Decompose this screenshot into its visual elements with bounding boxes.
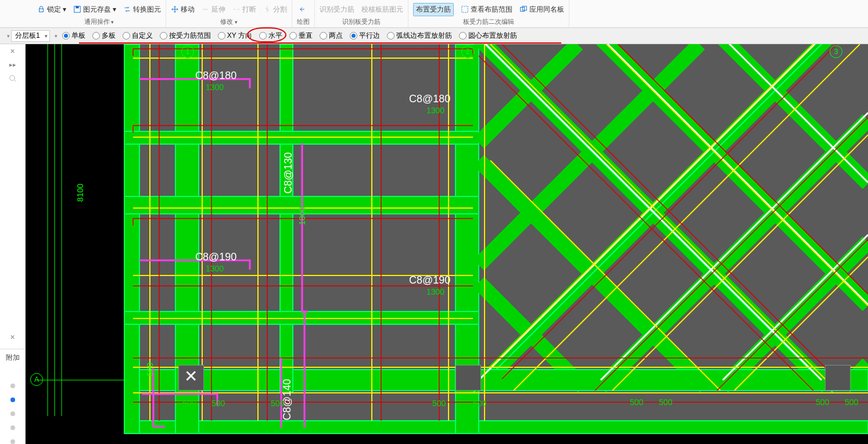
layer-dot[interactable]: [10, 425, 15, 430]
radio-icon: [259, 32, 267, 40]
lock-icon: [37, 5, 45, 13]
left-sidebar: × ▸▸ × 附加: [0, 44, 26, 444]
rebar-label: C8@140: [281, 379, 293, 420]
convert-icon: [123, 5, 131, 13]
radio-label: 弧线边布置放射筋: [396, 31, 452, 41]
move-button[interactable]: 移动: [171, 5, 195, 15]
extend-icon: [202, 5, 210, 13]
radio-icon: [92, 32, 100, 40]
radio-平行边[interactable]: 平行边: [346, 31, 383, 41]
radio-label: 平行边: [359, 31, 380, 41]
ribbon-group-rebar-edit: 布置受力筋 查看布筋范围 应用同名板 板受力筋二次编辑: [408, 0, 569, 27]
expand-button[interactable]: ▸▸: [4, 59, 21, 70]
axis-bubble: 1: [181, 45, 194, 58]
radio-自定义[interactable]: 自定义: [119, 31, 156, 41]
radio-label: 按受力筋范围: [169, 31, 211, 41]
close-attach-button[interactable]: ×: [10, 332, 15, 342]
check-drawing-button: 校核板筋图元: [361, 5, 403, 15]
svg-rect-16: [124, 421, 868, 434]
break-button: 打断: [232, 5, 256, 15]
dim-label: 500: [145, 363, 155, 376]
x-mark-icon: ✕: [184, 368, 198, 385]
dim-label: 1000: [297, 207, 307, 225]
radio-icon: [320, 32, 327, 40]
layer-combo[interactable]: 分层板1: [11, 30, 50, 42]
place-rebar-button[interactable]: 布置受力筋: [413, 3, 454, 16]
radio-两点[interactable]: 两点: [316, 31, 346, 41]
dimension-label: 8100: [76, 184, 85, 202]
ribbon-group-modify: 移动 延伸 打断 分割 修改: [166, 0, 292, 27]
radio-圆心布置放射筋[interactable]: 圆心布置放射筋: [455, 31, 521, 41]
options-bar: ▾ 分层板1 ▾ 单板多板自定义按受力筋范围XY 方向水平垂直两点平行边弧线边布…: [0, 28, 868, 44]
radio-label: 自定义: [132, 31, 153, 41]
ribbon-group-draw: 绘图: [292, 0, 315, 27]
layer-dot[interactable]: [10, 439, 15, 444]
radio-icon: [350, 32, 357, 40]
move-icon: [171, 5, 179, 13]
radio-label: 多板: [102, 31, 116, 41]
svg-rect-17: [124, 44, 139, 434]
axis-bubble: 3: [830, 45, 842, 58]
radio-垂直[interactable]: 垂直: [286, 31, 316, 41]
drawing-canvas[interactable]: ✕ 1 2 3 A 8100 C8@180 1300 C8@180 1300 C…: [26, 44, 868, 444]
close-panel-button[interactable]: ×: [10, 46, 15, 56]
radio-icon: [459, 32, 467, 40]
svg-rect-2: [76, 6, 78, 9]
split-icon: [263, 5, 271, 13]
undo-icon: [299, 5, 307, 13]
lock-button[interactable]: 锁定 ▾: [37, 5, 66, 15]
search-button[interactable]: [4, 73, 21, 84]
ribbon-toolbar: 锁定 ▾ 图元存盘 ▾ 转换图元 通用操作 移动 延伸: [0, 0, 868, 28]
attach-panel-label[interactable]: 附加: [0, 349, 25, 363]
layer-dots: [10, 384, 15, 444]
apply-icon: [519, 5, 528, 13]
svg-point-6: [9, 76, 15, 81]
radio-XY 方向[interactable]: XY 方向: [214, 31, 256, 41]
radio-label: 单板: [71, 31, 85, 41]
convert-button[interactable]: 转换图元: [123, 5, 161, 15]
split-button: 分割: [263, 5, 287, 15]
radio-按受力筋范围[interactable]: 按受力筋范围: [156, 31, 214, 41]
radio-label: XY 方向: [227, 31, 252, 41]
radio-icon: [387, 32, 394, 40]
radio-label: 圆心布置放射筋: [468, 31, 517, 41]
layer-dot[interactable]: [10, 411, 15, 416]
svg-rect-39: [479, 370, 868, 391]
layer-dot[interactable]: [10, 398, 15, 402]
radio-icon: [289, 32, 297, 40]
axis-bubble: A: [30, 373, 43, 386]
range-icon: [461, 5, 469, 13]
radio-label: 垂直: [299, 31, 313, 41]
rebar-label: C8@130: [282, 152, 295, 194]
view-range-button[interactable]: 查看布筋范围: [461, 5, 512, 15]
cache-button[interactable]: 图元存盘 ▾: [73, 5, 116, 15]
disk-icon: [73, 5, 81, 13]
radio-多板[interactable]: 多板: [89, 31, 119, 41]
layer-dot[interactable]: [10, 384, 15, 388]
radio-icon: [62, 32, 70, 40]
radio-水平[interactable]: 水平: [256, 31, 286, 41]
annotation-underline: [79, 42, 561, 44]
column: [455, 365, 481, 391]
column: [825, 365, 851, 391]
svg-rect-0: [40, 9, 44, 12]
ribbon-group-common: 锁定 ▾ 图元存盘 ▾ 转换图元 通用操作: [2, 0, 166, 27]
cad-drawing: [26, 44, 868, 444]
radio-icon: [218, 32, 225, 40]
extend-button: 延伸: [202, 5, 225, 15]
apply-same-button[interactable]: 应用同名板: [519, 5, 564, 15]
radio-单板[interactable]: 单板: [59, 31, 89, 41]
radio-弧线边布置放射筋[interactable]: 弧线边布置放射筋: [383, 31, 455, 41]
ribbon-group-recognize: 识别受力筋 校核板筋图元 识别板受力筋: [315, 0, 408, 27]
radio-icon: [160, 32, 167, 40]
search-icon: [9, 74, 17, 83]
radio-label: 两点: [329, 31, 343, 41]
break-icon: [232, 5, 241, 13]
recognize-rebar-button: 识别受力筋: [320, 5, 354, 15]
axis-bubble: 2: [461, 45, 474, 58]
radio-icon: [123, 32, 130, 40]
radio-label: 水平: [268, 31, 282, 41]
svg-rect-3: [462, 6, 468, 13]
undo-button[interactable]: [299, 5, 307, 13]
